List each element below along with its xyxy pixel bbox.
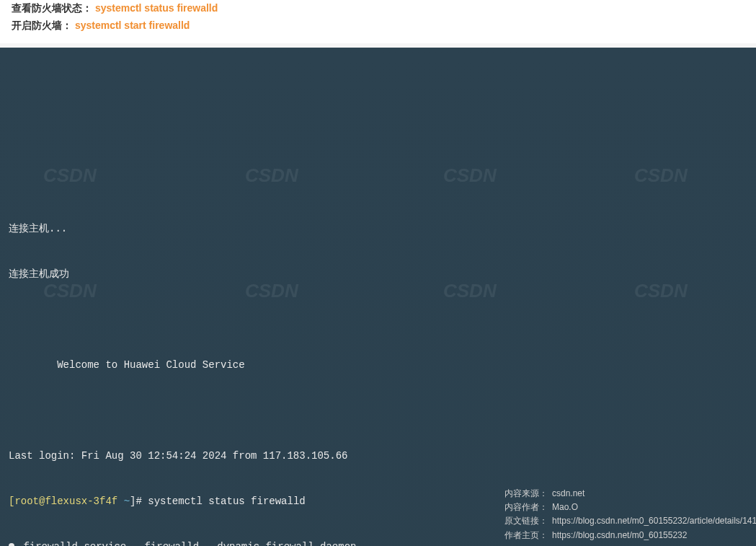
instruction-block-1: 查看防火墙状态： systemctl status firewalld 开启防火…	[0, 0, 756, 43]
prompt-tail: ]#	[130, 496, 142, 507]
term-line-blank	[9, 312, 747, 327]
meta-k-author: 内容作者：	[504, 501, 552, 514]
terminal-watermark: CSDN	[43, 162, 97, 190]
meta-k-origlink: 原文链接：	[504, 514, 552, 528]
meta-k-source: 内容来源：	[504, 487, 552, 501]
typed-cmd: systemctl status firewalld	[142, 496, 306, 507]
svc-header-text: firewalld.service - firewalld - dynamic …	[17, 541, 356, 546]
label-start-firewall: 开启防火墙：	[12, 19, 72, 31]
terminal-screenshot: CSDN CSDN CSDN CSDN CSDN CSDN CSDN CSDN …	[0, 48, 756, 546]
term-line-blank	[9, 403, 747, 418]
terminal-watermark: CSDN	[245, 162, 298, 190]
term-line-lastlogin: Last login: Fri Aug 30 12:54:24 2024 fro…	[9, 449, 747, 464]
prompt-host: [root@flexusx-3f4f	[9, 496, 117, 507]
cmd-start-firewalld: systemctl start firewalld	[75, 19, 190, 31]
prompt-path: ~	[117, 496, 130, 507]
cmd-status-firewalld: systemctl status firewalld	[95, 2, 218, 14]
meta-k-homepage: 作者主页：	[504, 529, 552, 542]
term-line-connecting: 连接主机...	[9, 221, 747, 237]
label-check-status: 查看防火墙状态：	[12, 2, 92, 14]
meta-v-homepage: https://blog.csdn.net/m0_60155232	[552, 529, 687, 542]
terminal-watermark: CSDN	[634, 162, 688, 190]
term-line-welcome: Welcome to Huawei Cloud Service	[9, 358, 747, 373]
meta-v-source: csdn.net	[552, 487, 584, 501]
footer-metadata: 内容来源：csdn.net 内容作者：Mao.O 原文链接：https://bl…	[504, 487, 756, 542]
status-dot-inactive-icon	[9, 543, 14, 546]
meta-v-origlink: https://blog.csdn.net/m0_60155232/articl…	[552, 514, 756, 528]
term-line-connected: 连接主机成功	[9, 267, 747, 282]
terminal-watermark: CSDN	[443, 162, 497, 190]
meta-v-author: Mao.O	[552, 501, 578, 514]
